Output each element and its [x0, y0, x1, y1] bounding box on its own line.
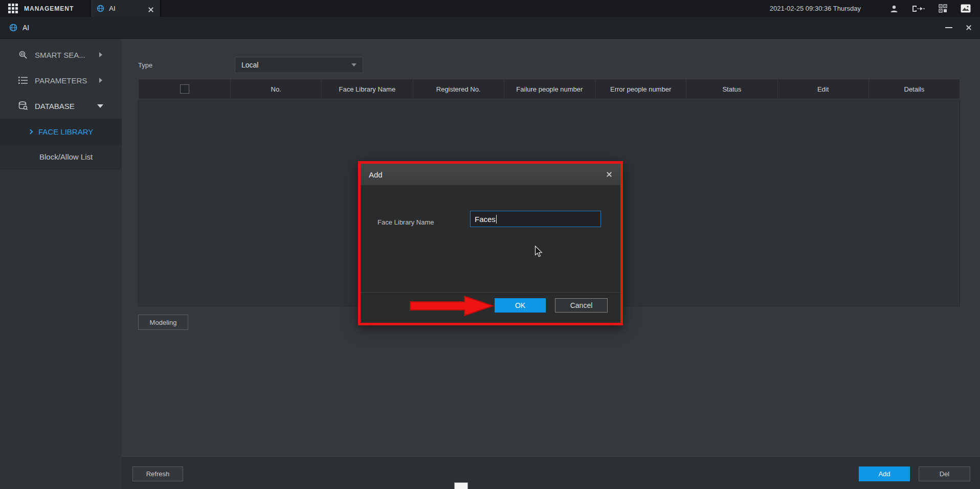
logout-icon[interactable]	[912, 5, 925, 13]
apps-grid-icon[interactable]	[8, 4, 18, 13]
list-icon	[18, 76, 28, 84]
datetime: 2021-02-25 09:30:36 Thursday	[770, 5, 861, 12]
dialog-titlebar: Add	[361, 164, 620, 185]
image-icon[interactable]	[961, 4, 971, 13]
add-button[interactable]: Add	[859, 466, 910, 481]
management-label: MANAGEMENT	[24, 5, 74, 12]
column-header-registered-no[interactable]: Registered No.	[413, 79, 504, 99]
annotation-arrow	[409, 295, 495, 317]
window-globe-icon	[9, 24, 17, 32]
modeling-button[interactable]: Modeling	[138, 315, 188, 330]
sidebar-item-label: SMART SEA...	[35, 51, 85, 59]
mouse-cursor	[534, 246, 543, 258]
face-library-name-input[interactable]: Faces	[470, 211, 601, 227]
face-library-name-label: Face Library Name	[377, 218, 434, 226]
type-select-value: Local	[241, 61, 258, 69]
type-select[interactable]: Local	[235, 57, 363, 73]
sidebar-item-database[interactable]: DATABASE	[0, 93, 122, 119]
text-caret	[496, 215, 497, 224]
chevron-right-icon	[28, 129, 33, 135]
top-bar: MANAGEMENT AI 2021-02-25 09:30:36 Thursd…	[0, 0, 980, 17]
sidebar-item-label: PARAMETERS	[35, 76, 87, 85]
column-header-error-people-number[interactable]: Error people number	[595, 79, 686, 99]
header-checkbox-cell	[139, 79, 231, 99]
column-header-face-library-name[interactable]: Face Library Name	[322, 79, 413, 99]
chevron-right-icon	[99, 78, 102, 83]
sidebar-item-label: DATABASE	[35, 102, 75, 110]
del-button[interactable]: Del	[919, 466, 970, 481]
sidebar: SMART SEA... PARAMETERS DATABASE	[0, 39, 122, 489]
dialog-title: Add	[369, 170, 383, 179]
partial-white-box	[454, 482, 468, 489]
dialog-close-icon[interactable]	[606, 171, 612, 177]
input-text: Faces	[475, 215, 496, 224]
column-header-no[interactable]: No.	[231, 79, 322, 99]
tab-label: AI	[109, 5, 115, 12]
close-button[interactable]	[966, 25, 972, 31]
tab-close-icon[interactable]	[148, 6, 154, 12]
sidebar-subitem-label: FACE LIBRARY	[38, 127, 93, 136]
chevron-down-icon	[351, 63, 357, 66]
type-label: Type	[138, 61, 152, 69]
sidebar-item-parameters[interactable]: PARAMETERS	[0, 68, 122, 93]
refresh-button[interactable]: Refresh	[132, 466, 183, 481]
window-title: AI	[23, 24, 29, 32]
chevron-down-icon	[97, 104, 103, 108]
database-icon	[18, 101, 28, 110]
column-header-failure-people-number[interactable]: Failure people number	[504, 79, 595, 99]
window-titlebar: AI	[0, 17, 980, 39]
screen: MANAGEMENT AI 2021-02-25 09:30:36 Thursd…	[0, 0, 980, 489]
sidebar-subitem-block-allow-list[interactable]: Block/Allow List	[0, 145, 122, 169]
qr-icon[interactable]	[939, 4, 947, 13]
ok-button[interactable]: OK	[495, 298, 546, 313]
dialog-divider	[361, 292, 620, 293]
ai-tab[interactable]: AI	[90, 0, 161, 17]
cancel-button[interactable]: Cancel	[555, 298, 608, 313]
select-all-checkbox[interactable]	[180, 84, 189, 94]
sidebar-subitem-face-library[interactable]: FACE LIBRARY	[0, 119, 122, 145]
chevron-right-icon	[99, 52, 102, 57]
search-icon	[18, 50, 28, 59]
column-header-edit[interactable]: Edit	[778, 79, 869, 99]
minimize-button[interactable]	[945, 27, 952, 28]
column-header-details[interactable]: Details	[869, 79, 960, 99]
top-right-controls: 2021-02-25 09:30:36 Thursday	[770, 4, 980, 13]
user-icon[interactable]	[889, 4, 899, 13]
table-header: No. Face Library Name Registered No. Fai…	[138, 79, 960, 99]
column-header-status[interactable]: Status	[686, 79, 777, 99]
sidebar-item-smart-search[interactable]: SMART SEA...	[0, 42, 122, 68]
window-controls	[945, 25, 980, 31]
footer-bar: Refresh Add Del	[122, 456, 980, 489]
globe-icon	[97, 5, 104, 12]
sidebar-subitem-label: Block/Allow List	[39, 152, 93, 161]
